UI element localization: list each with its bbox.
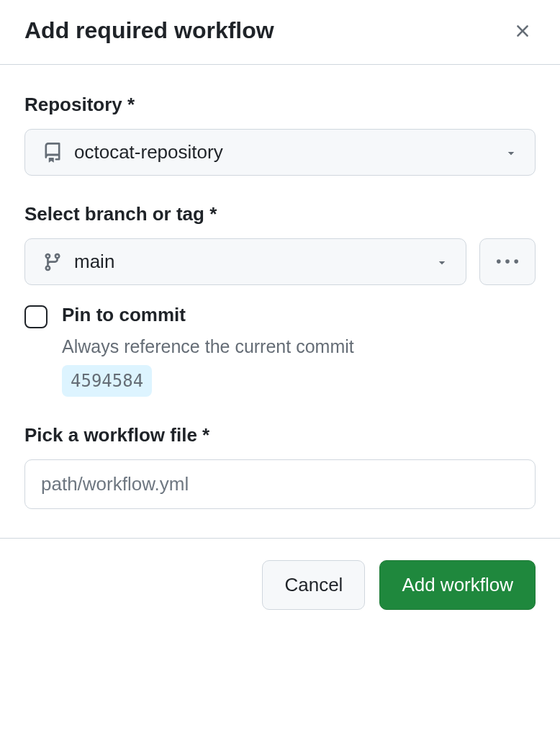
caret-down-icon xyxy=(505,146,518,159)
pin-commit-description-text: Always reference the current commit xyxy=(62,336,354,356)
caret-down-icon xyxy=(435,256,448,269)
branch-more-button[interactable] xyxy=(479,238,536,285)
repository-select[interactable]: octocat-repository xyxy=(24,129,536,176)
branch-row: main xyxy=(24,238,536,285)
repo-icon xyxy=(42,143,63,163)
repository-field: Repository * octocat-repository xyxy=(24,94,536,176)
pin-commit-label: Pin to commit xyxy=(62,304,536,326)
repository-value: octocat-repository xyxy=(74,141,223,163)
dialog-title: Add required workflow xyxy=(24,17,274,44)
pin-commit-checkbox[interactable] xyxy=(24,305,48,328)
cancel-button[interactable]: Cancel xyxy=(262,560,365,610)
branch-field: Select branch or tag * main Pin to commi… xyxy=(24,203,536,397)
dialog-header: Add required workflow xyxy=(0,0,560,65)
branch-select[interactable]: main xyxy=(24,238,466,285)
branch-value: main xyxy=(74,251,114,273)
branch-label: Select branch or tag * xyxy=(24,203,536,225)
dialog-footer: Cancel Add workflow xyxy=(0,538,560,631)
git-branch-icon xyxy=(42,252,63,272)
repository-label: Repository * xyxy=(24,94,536,116)
workflow-input[interactable] xyxy=(24,459,536,509)
pin-commit-row: Pin to commit Always reference the curre… xyxy=(24,304,536,397)
pin-commit-content: Pin to commit Always reference the curre… xyxy=(62,304,536,397)
kebab-horizontal-icon xyxy=(497,251,518,273)
submit-button[interactable]: Add workflow xyxy=(379,560,536,610)
workflow-field: Pick a workflow file * xyxy=(24,424,536,509)
workflow-label: Pick a workflow file * xyxy=(24,424,536,446)
close-icon xyxy=(512,21,533,41)
close-button[interactable] xyxy=(510,18,536,44)
commit-sha: 4594584 xyxy=(62,365,152,397)
dialog-body: Repository * octocat-repository Select b… xyxy=(0,65,560,538)
pin-commit-description: Always reference the current commit 4594… xyxy=(62,333,536,397)
